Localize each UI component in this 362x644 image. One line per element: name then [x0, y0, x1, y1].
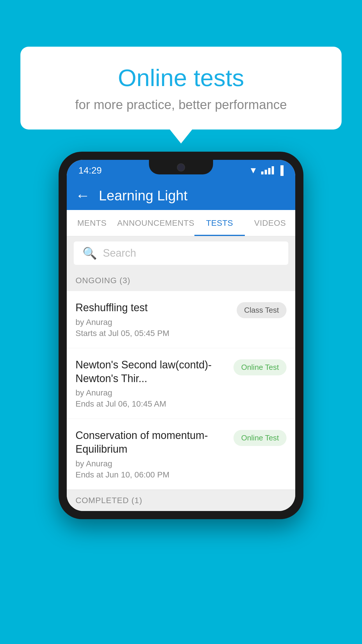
search-container: 🔍 Search — [67, 236, 295, 270]
test-name-3: Conservation of momentum-Equilibrium — [75, 429, 228, 456]
test-item-2[interactable]: Newton's Second law(contd)-Newton's Thir… — [67, 348, 295, 419]
app-title: Learning Light — [99, 188, 187, 204]
phone-notch — [149, 160, 213, 174]
test-name-2: Newton's Second law(contd)-Newton's Thir… — [75, 358, 228, 386]
status-time: 14:29 — [78, 165, 102, 176]
battery-icon: ▐ — [277, 165, 284, 175]
tab-tests[interactable]: TESTS — [194, 210, 245, 236]
test-by-2: by Anurag — [75, 388, 228, 398]
section-label-completed: COMPLETED (1) — [75, 496, 142, 505]
phone-screen: 14:29 ▼ ▐ ← Learning Light — [67, 160, 295, 511]
test-badge-1: Class Test — [237, 302, 287, 318]
tab-ments[interactable]: MENTS — [67, 210, 117, 236]
speech-bubble: Online tests for more practice, better p… — [20, 47, 342, 130]
test-time-1: Starts at Jul 05, 05:45 PM — [75, 329, 231, 338]
search-input[interactable]: Search — [103, 247, 136, 259]
test-time-3: Ends at Jun 10, 06:00 PM — [75, 470, 228, 480]
test-name-1: Reshuffling test — [75, 301, 231, 315]
signal-bars-icon — [261, 166, 274, 174]
status-icons: ▼ ▐ — [249, 165, 284, 175]
search-icon: 🔍 — [82, 246, 97, 260]
tab-videos[interactable]: VIDEOS — [245, 210, 295, 236]
test-time-2: Ends at Jul 06, 10:45 AM — [75, 399, 228, 409]
app-header: ← Learning Light — [67, 181, 295, 210]
section-header-ongoing: ONGOING (3) — [67, 270, 295, 291]
speech-bubble-title: Online tests — [44, 64, 318, 92]
search-box[interactable]: 🔍 Search — [74, 242, 288, 265]
test-info-1: Reshuffling test by Anurag Starts at Jul… — [75, 301, 231, 338]
wifi-icon: ▼ — [249, 165, 258, 175]
test-by-1: by Anurag — [75, 318, 231, 327]
test-badge-2: Online Test — [233, 359, 287, 375]
test-info-3: Conservation of momentum-Equilibrium by … — [75, 429, 228, 480]
phone-container: 14:29 ▼ ▐ ← Learning Light — [59, 152, 303, 519]
test-info-2: Newton's Second law(contd)-Newton's Thir… — [75, 358, 228, 409]
tabs-bar: MENTS ANNOUNCEMENTS TESTS VIDEOS — [67, 210, 295, 236]
test-item-1[interactable]: Reshuffling test by Anurag Starts at Jul… — [67, 291, 295, 348]
tab-announcements[interactable]: ANNOUNCEMENTS — [117, 210, 194, 236]
test-list: Reshuffling test by Anurag Starts at Jul… — [67, 291, 295, 490]
section-label-ongoing: ONGOING (3) — [75, 276, 130, 285]
test-badge-3: Online Test — [233, 430, 287, 446]
speech-bubble-subtitle: for more practice, better performance — [44, 97, 318, 112]
section-header-completed: COMPLETED (1) — [67, 490, 295, 511]
back-button[interactable]: ← — [75, 188, 90, 203]
phone-camera — [177, 163, 185, 172]
speech-bubble-container: Online tests for more practice, better p… — [20, 47, 342, 130]
test-item-3[interactable]: Conservation of momentum-Equilibrium by … — [67, 419, 295, 490]
test-by-3: by Anurag — [75, 459, 228, 468]
phone-outer: 14:29 ▼ ▐ ← Learning Light — [59, 152, 303, 519]
